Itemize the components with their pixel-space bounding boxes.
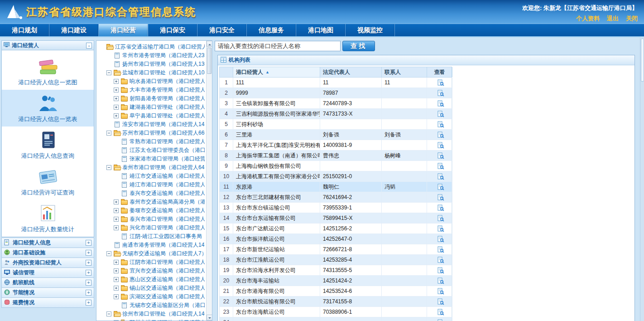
- view-icon[interactable]: [437, 288, 444, 295]
- expand-button[interactable]: +: [86, 250, 91, 256]
- sidebar-panel-foreign-investors[interactable]: 外商投资港口经营人 +: [1, 258, 94, 268]
- tree-node[interactable]: 淮安市港口管理局（港口经营人143）: [98, 120, 205, 129]
- table-row[interactable]: 23 东台市连海航运公司 70388906-1: [220, 307, 452, 317]
- header-link[interactable]: 关闭: [626, 15, 638, 23]
- nav-tab[interactable]: 视频监控: [346, 24, 395, 36]
- tree-node[interactable]: 张家港市港口管理局（港口经营人10: [98, 155, 205, 163]
- view-icon[interactable]: [437, 79, 444, 86]
- scroll-down-icon[interactable]: [207, 315, 212, 321]
- sidebar-panel-energy[interactable]: 节能情况 +: [1, 287, 94, 298]
- tree-expander-icon[interactable]: [114, 208, 119, 213]
- sidebar-panel-header[interactable]: 港口经营人 -: [1, 40, 94, 50]
- tree-node[interactable]: 响水县港口管理局（港口经营人0）: [98, 77, 205, 86]
- view-icon[interactable]: [437, 267, 444, 274]
- tree-expander-icon[interactable]: [114, 79, 119, 84]
- tree-node[interactable]: 泰兴市交通运输局（港口经营人0）: [98, 189, 205, 198]
- tree-expander-icon[interactable]: [114, 225, 119, 230]
- view-icon[interactable]: [437, 298, 444, 305]
- tree-expander-icon[interactable]: [114, 182, 119, 187]
- view-icon[interactable]: [437, 204, 444, 211]
- tree-expander-icon[interactable]: [114, 320, 119, 321]
- column-header-contact[interactable]: 联系人: [382, 67, 427, 77]
- header-link[interactable]: 个人资料: [576, 15, 600, 23]
- view-icon[interactable]: [437, 111, 444, 117]
- tree-node[interactable]: 徐州市港口管理处（港口经营人140）: [98, 310, 205, 318]
- table-row[interactable]: 15 东台市广达航运公司 14251256-2: [220, 224, 452, 234]
- page-scrollbar[interactable]: [640, 38, 644, 321]
- view-icon[interactable]: [437, 100, 444, 107]
- tree-expander-icon[interactable]: [114, 286, 119, 291]
- tree-expander-icon[interactable]: [114, 277, 119, 282]
- scrollbar-thumb[interactable]: [641, 39, 644, 82]
- search-button[interactable]: 查找: [342, 41, 375, 51]
- tree-expander-icon[interactable]: [106, 53, 111, 58]
- tree-node[interactable]: 阜宁县港口管理处（港口经营人0）: [98, 112, 205, 120]
- tree-node[interactable]: 射阳县港务管理局（港口经营人0）: [98, 94, 205, 103]
- expand-button[interactable]: +: [86, 260, 91, 266]
- tree-expander-icon[interactable]: [106, 311, 111, 316]
- tree-expander-icon[interactable]: [106, 251, 111, 256]
- nav-tab[interactable]: 港口保安: [148, 24, 197, 36]
- tree-node[interactable]: 大丰市港务管理局（港口经营人0）: [98, 86, 205, 94]
- tree-expander-icon[interactable]: [114, 217, 119, 222]
- tree-expander-icon[interactable]: [114, 105, 119, 110]
- tree-expander-icon[interactable]: [106, 165, 111, 170]
- tree-expander-icon[interactable]: [114, 148, 119, 153]
- table-row[interactable]: 10 上海港机重工有限公司张家港分公司 25150291-0: [220, 171, 452, 182]
- nav-tab[interactable]: 港口经营: [99, 24, 148, 36]
- table-row[interactable]: 17 东台市新世纪运输站 72666721-8: [220, 244, 452, 255]
- view-icon[interactable]: [437, 173, 444, 180]
- sidebar-item-license-query[interactable]: 港口经营许可证查询: [2, 163, 94, 200]
- view-icon[interactable]: [437, 90, 444, 97]
- table-row[interactable]: 9 上海梅山钢铁股份有限公司: [220, 161, 452, 171]
- tree-node[interactable]: 盐城市港口管理处（港口经营人108）: [98, 68, 205, 77]
- view-icon[interactable]: [437, 225, 444, 232]
- tree-expander-icon[interactable]: [114, 191, 119, 196]
- view-icon[interactable]: [437, 236, 444, 243]
- tree-node[interactable]: 泰兴市港口管理局（港口经营人11）: [98, 215, 205, 224]
- view-icon[interactable]: [437, 194, 444, 201]
- scroll-up-icon[interactable]: [207, 41, 212, 47]
- view-icon[interactable]: [437, 215, 444, 222]
- sidebar-panel-operator-info[interactable]: 港口经营人信息 +: [1, 238, 94, 248]
- view-icon[interactable]: [437, 152, 444, 159]
- tree-expander-icon[interactable]: [106, 70, 111, 75]
- tree-expander-icon[interactable]: [114, 234, 119, 239]
- sidebar-panel-infrastructure[interactable]: 港口基础设施 +: [1, 248, 94, 258]
- expand-button[interactable]: +: [86, 300, 91, 306]
- sidebar-panel-routes[interactable]: 航班航线 +: [1, 277, 94, 288]
- tree-expander-icon[interactable]: [106, 62, 111, 67]
- tree-node[interactable]: 滨湖区交通运输局（港口经营人1）: [98, 292, 205, 301]
- table-row[interactable]: 4 三吉利能源股份有限公司张家港华宇... 74731733-X: [220, 109, 452, 119]
- nav-tab[interactable]: 港口建设: [49, 24, 99, 36]
- tree-expander-icon[interactable]: [114, 156, 119, 161]
- tree-node[interactable]: 苏州市港口管理局（港口经营人669）: [98, 129, 205, 137]
- expand-button[interactable]: +: [86, 290, 91, 296]
- tree-expander-icon[interactable]: [114, 174, 119, 179]
- tree-expander-icon[interactable]: [106, 131, 111, 136]
- table-row[interactable]: 3 三仓镇装卸服务有限公司 72440789-3: [220, 98, 452, 109]
- tree-node[interactable]: 泰州市港口管理局（港口经营人64）: [98, 163, 205, 172]
- table-row[interactable]: 22 东台市航悦运输有限公司 73174155-8: [220, 297, 452, 307]
- table-row[interactable]: 6 三里港 刘备强 刘备强: [220, 130, 452, 140]
- tree-node[interactable]: 姜堰市交通运输局（港口经营人0）: [98, 206, 205, 215]
- view-icon[interactable]: [437, 309, 444, 316]
- view-icon[interactable]: [437, 142, 444, 149]
- table-row[interactable]: 12 东台市三北郊建材有限公司 76241694-2: [220, 192, 452, 203]
- column-header-operator[interactable]: 港口经营人 ▲: [233, 67, 320, 77]
- view-icon[interactable]: [437, 163, 444, 170]
- tree-node[interactable]: 扬州市港口管理局（港口经营人130）: [98, 60, 205, 68]
- table-row[interactable]: 21 东台市港海有限公司 14253524-6: [220, 286, 452, 297]
- sidebar-item-operator-overview-chart[interactable]: 港口经营人信息一览图: [2, 53, 94, 90]
- tree-node[interactable]: 锡山区交通运输局（港口经营人1）: [98, 284, 205, 292]
- scrollbar-thumb[interactable]: [207, 48, 211, 74]
- tree-node[interactable]: 常熟市港口管理局（港口经营人127: [98, 137, 205, 146]
- tree-node[interactable]: 南通市港务管理局（港口经营人147）: [98, 241, 205, 249]
- view-icon[interactable]: [437, 277, 444, 284]
- tree-node[interactable]: 无锡市交通运输新区分局（港口经营: [98, 301, 205, 310]
- tree-expander-icon[interactable]: [114, 139, 119, 144]
- tree-node[interactable]: 邳州市港口管理处（港口经营人36）: [98, 318, 205, 321]
- search-input[interactable]: [215, 41, 341, 51]
- table-row[interactable]: 1 111 11 11: [220, 78, 452, 88]
- table-row[interactable]: 7 上海太平洋化工(集团)淮安元明粉有... 14009381-9: [220, 140, 452, 151]
